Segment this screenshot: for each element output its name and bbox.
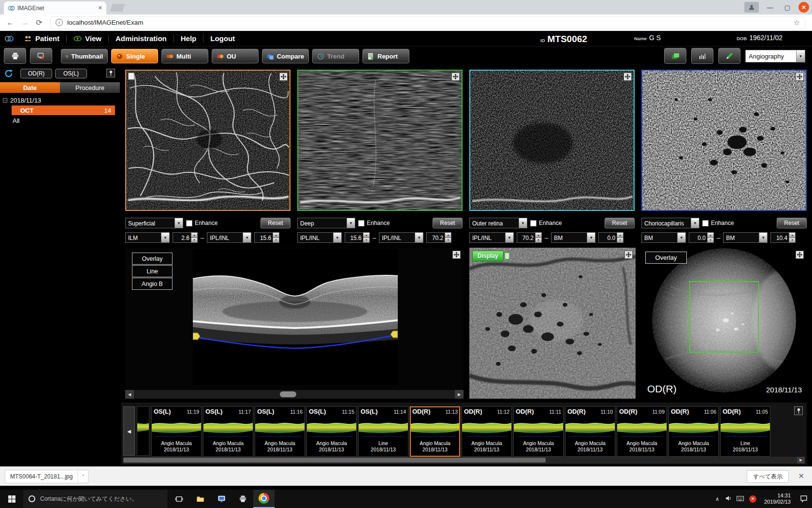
choriocapillaris-panel[interactable] [641,70,807,211]
image-layers-button[interactable] [664,48,686,64]
od-eye-button[interactable]: OD(R) [20,69,52,78]
strip-scroll-left-button[interactable]: ◀ [123,406,135,456]
close-button[interactable]: ✕ [798,2,809,13]
tree-collapse-icon[interactable]: − [3,98,7,103]
cortana-search-text[interactable]: Cortanaに何か聞いてみてください。 [40,495,138,503]
scrollbar-thumb[interactable] [123,458,546,463]
fundus-viewer[interactable]: Overlay OD(R) 2018/11/13 [641,248,807,399]
offset-to-spinner[interactable]: 0.0▲▼ [598,232,624,243]
menu-patient[interactable]: Patient [17,31,66,46]
spin-up-icon[interactable]: ▲ [191,233,197,238]
tab-procedure[interactable]: Procedure [60,82,120,93]
multi-button[interactable]: Multi [161,49,208,63]
mode-select[interactable]: Angiography ▼ [745,50,805,62]
site-info-icon[interactable]: i [56,19,63,26]
menu-administration[interactable]: Administration [109,31,174,46]
reset-button[interactable]: Reset [777,218,807,228]
reload-button[interactable]: ⟳ [32,18,46,27]
scroll-right-arrow[interactable]: ▶ [455,390,464,399]
print-button[interactable] [4,48,26,64]
trend-button[interactable]: Trend [312,49,359,63]
overlay-button[interactable]: Overlay [132,253,173,265]
taskbar-clock[interactable]: 14:31 2019/02/13 [764,493,791,505]
offset-from-spinner[interactable]: 2.6▲▼ [173,232,198,243]
layer-to-select[interactable]: BM▼ [551,232,595,243]
download-item[interactable]: MTS0064-T_20181...jpg ⌃ [5,470,88,483]
offset-from-spinner[interactable]: 70.2▲▼ [517,232,542,243]
tree-all-node[interactable]: All [13,117,19,124]
oct-bscan-image[interactable] [193,249,398,385]
strip-scroll-right-arrow[interactable]: ▶ [797,457,805,463]
refresh-icon[interactable] [4,69,14,80]
layer-to-select[interactable]: IPL/INL▼ [207,232,251,243]
display-button-label[interactable]: Display [472,251,504,261]
menu-view[interactable]: View [67,31,108,46]
thumbnail-item[interactable]: OD(R) 11:13 Angio Macula 2018/11/13 [410,406,460,457]
superficial-angiogram-image[interactable] [126,71,290,210]
file-explorer-button[interactable] [189,490,211,508]
checkbox-icon[interactable] [530,220,536,226]
forward-button[interactable]: → [17,18,32,27]
report-button[interactable]: Report [362,49,409,63]
scroll-left-arrow[interactable]: ◀ [125,390,134,399]
os-eye-button[interactable]: OS(L) [55,69,87,78]
layer-from-select[interactable]: IPL/INL▼ [297,232,342,243]
expand-icon[interactable] [624,251,633,259]
bscan-viewer[interactable]: Overlay Line Angio B ◀ ▶ [125,248,464,399]
angio-b-button[interactable]: Angio B [132,278,173,290]
layer-from-select[interactable]: ILM▼ [125,232,170,243]
ime-disabled-icon[interactable]: ✕ [749,495,756,503]
histogram-button[interactable] [691,48,713,64]
action-center-icon[interactable] [796,495,812,503]
show-hidden-icons-chevron[interactable]: ∧ [711,496,723,502]
tab-date[interactable]: Date [0,82,60,93]
outer-retina-angiogram-image[interactable] [470,71,634,210]
url-field[interactable]: i localhost/IMAGEnet/Exam ☆ [50,16,805,29]
thumbnail-item[interactable]: OS(L) 11:16 Angio Macula 2018/11/13 [255,406,305,457]
deep-panel[interactable] [297,70,463,211]
show-all-downloads-button[interactable]: すべて表示 [747,470,789,483]
url-text[interactable]: localhost/IMAGEnet/Exam [67,19,789,26]
layer-from-select[interactable]: IPL/INL▼ [469,232,514,243]
single-button[interactable]: Single [111,49,158,63]
slab-select[interactable]: Choriocapillaris▼ [641,218,699,228]
expand-icon[interactable] [796,251,804,259]
minimize-button[interactable]: — [764,4,776,11]
enhance-checkbox[interactable]: Enhance [358,220,390,226]
thumbnail-partial[interactable] [137,406,149,456]
menu-help[interactable]: Help [174,31,203,46]
spin-down-icon[interactable]: ▼ [536,238,541,243]
outer-retina-panel[interactable] [469,70,635,211]
enhance-checkbox[interactable]: Enhance [530,220,562,226]
expand-icon[interactable] [451,73,460,81]
enhance-checkbox[interactable]: Enhance [186,220,218,226]
touch-keyboard-icon[interactable] [735,496,746,502]
thumbnail-item[interactable]: OS(L) 11:19 Angio Macula 2018/11/13 [151,406,202,457]
cortana-search-box[interactable]: Cortanaに何か聞いてみてください。 [23,490,168,508]
thumbnail-item[interactable]: OS(L) 11:15 Angio Macula 2018/11/13 [306,406,357,457]
offset-to-spinner[interactable]: 70.2▲▼ [426,232,451,243]
bscan-scrollbar[interactable]: ◀ ▶ [125,390,464,399]
spin-up-icon[interactable]: ▲ [789,233,795,238]
spin-down-icon[interactable]: ▼ [445,238,451,243]
export-button[interactable] [30,48,52,64]
display-handle-icon[interactable] [505,253,509,259]
browser-profile-icon[interactable] [744,2,759,13]
spin-down-icon[interactable]: ▼ [708,238,713,243]
spin-down-icon[interactable]: ▼ [617,238,623,243]
thumbnail-scrollbar[interactable]: ▶ [123,457,805,463]
checkbox-icon[interactable] [186,220,192,226]
spin-up-icon[interactable]: ▲ [273,233,279,238]
enface-viewer[interactable]: Display [469,248,636,399]
spin-up-icon[interactable]: ▲ [536,233,541,238]
thumbnail-item[interactable]: OD(R) 11:06 Angio Macula 2018/11/13 [668,406,719,457]
browser-tab[interactable]: IMAGEnet ✕ [4,1,106,15]
ou-button[interactable]: OU [212,49,259,63]
thumbnail-item[interactable]: OS(L) 11:14 Line 2018/11/13 [358,406,408,457]
annotate-button[interactable] [718,48,740,64]
slab-select[interactable]: Deep▼ [297,218,355,228]
thumbnail-item[interactable]: OD(R) 11:11 Angio Macula 2018/11/13 [513,406,564,457]
thumbnail-item[interactable]: OD(R) 11:12 Angio Macula 2018/11/13 [462,406,512,457]
line-button[interactable]: Line [132,265,173,277]
thumbnail-item[interactable]: OD(R) 11:09 Angio Macula 2018/11/13 [617,406,667,457]
